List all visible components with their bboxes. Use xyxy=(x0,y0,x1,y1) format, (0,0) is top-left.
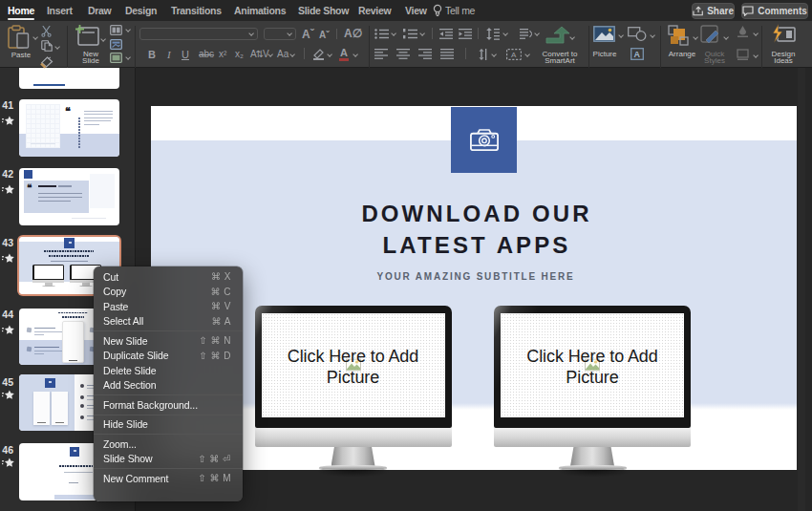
svg-text:A: A xyxy=(633,50,640,59)
svg-text:A: A xyxy=(511,51,517,59)
